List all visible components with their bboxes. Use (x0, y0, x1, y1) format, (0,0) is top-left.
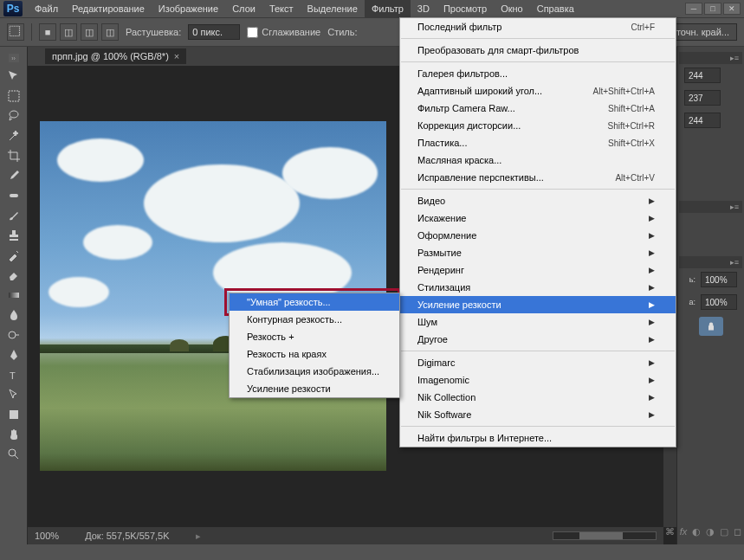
menu-help[interactable]: Справка (530, 0, 581, 17)
adjustment-icon[interactable]: ◑ (706, 525, 715, 537)
fx-icon[interactable]: fx (680, 525, 688, 537)
filter-browse[interactable]: Найти фильтры в Интернете... (400, 429, 676, 447)
color-g-input[interactable] (684, 90, 721, 106)
filter-nik-collection[interactable]: Nik Collection▶ (400, 389, 676, 406)
heal-tool[interactable] (3, 186, 24, 205)
tool-preset-icon[interactable] (7, 23, 24, 41)
color-r-input[interactable] (684, 68, 721, 83)
history-brush-tool[interactable] (3, 246, 24, 265)
opacity-input[interactable] (701, 272, 737, 287)
filter-pixelate[interactable]: Оформление▶ (400, 227, 676, 244)
menu-layers[interactable]: Слои (225, 0, 262, 17)
zoom-level[interactable]: 100% (35, 531, 59, 541)
filter-liquify[interactable]: Пластика...Shift+Ctrl+X (400, 134, 676, 151)
filter-noise[interactable]: Шум▶ (400, 313, 676, 331)
toolbox: ›› T (0, 47, 28, 544)
filter-camera-raw[interactable]: Фильтр Camera Raw...Shift+Ctrl+A (400, 100, 676, 117)
panel-menu-icon[interactable]: ▸≡ (730, 203, 739, 211)
menu-window[interactable]: Окно (494, 0, 530, 17)
fill-input[interactable] (701, 294, 737, 310)
stamp-tool[interactable] (3, 226, 24, 245)
lock-button[interactable] (699, 317, 723, 336)
filter-gallery[interactable]: Галерея фильтров... (400, 65, 676, 82)
filter-last[interactable]: Последний фильтрCtrl+F (400, 18, 676, 35)
window-close-button[interactable]: ✕ (723, 3, 741, 15)
sharpen-smart[interactable]: "Умная" резкость... (230, 293, 399, 311)
mask-icon[interactable]: ◐ (692, 525, 701, 537)
dodge-tool[interactable] (3, 325, 24, 344)
window-maximize-button[interactable]: □ (704, 3, 721, 15)
filter-other[interactable]: Другое▶ (400, 331, 676, 348)
menu-image[interactable]: Изображение (152, 0, 225, 17)
filter-blur[interactable]: Размытие▶ (400, 244, 676, 261)
selection-new-icon[interactable]: ■ (39, 23, 56, 41)
menu-bar: Файл Редактирование Изображение Слои Тек… (28, 0, 581, 17)
filter-stylize[interactable]: Стилизация▶ (400, 279, 676, 296)
hand-tool[interactable] (3, 425, 24, 444)
gradient-tool[interactable] (3, 286, 24, 305)
sharpen-more[interactable]: Усиление резкости (230, 380, 399, 397)
document-tab-title: прпп.jpg @ 100% (RGB/8*) (52, 51, 169, 61)
color-b-input[interactable] (684, 113, 721, 128)
eraser-tool[interactable] (3, 266, 24, 285)
zoom-tool[interactable] (3, 445, 24, 464)
menu-select[interactable]: Выделение (301, 0, 365, 17)
type-tool[interactable]: T (3, 365, 24, 384)
menu-filter[interactable]: Фильтр (365, 0, 411, 17)
svg-text:T: T (10, 370, 16, 381)
panel-menu-icon[interactable]: ▸≡ (730, 258, 739, 267)
filter-nik-software[interactable]: Nik Software▶ (400, 406, 676, 423)
filter-render[interactable]: Рендеринг▶ (400, 261, 676, 279)
document-tab[interactable]: прпп.jpg @ 100% (RGB/8*) × (45, 48, 186, 64)
horizontal-scrollbar[interactable] (553, 531, 657, 540)
menu-3d[interactable]: 3D (411, 0, 437, 17)
filter-video[interactable]: Видео▶ (400, 192, 676, 209)
eyedropper-tool[interactable] (3, 166, 24, 185)
close-icon[interactable]: × (174, 51, 179, 61)
lasso-tool[interactable] (3, 106, 24, 126)
filter-digimarc[interactable]: Digimarc▶ (400, 354, 676, 371)
feather-label: Растушевка: (126, 27, 181, 37)
filter-imagenomic[interactable]: Imagenomic▶ (400, 371, 676, 389)
menu-text[interactable]: Текст (262, 0, 301, 17)
feather-input[interactable] (188, 24, 240, 40)
filter-lens[interactable]: Коррекция дисторсии...Shift+Ctrl+R (400, 117, 676, 134)
selection-add-icon[interactable]: ◫ (60, 23, 77, 41)
filter-oil[interactable]: Масляная краска... (400, 151, 676, 169)
selection-subtract-icon[interactable]: ◫ (81, 23, 98, 41)
svg-point-7 (9, 449, 16, 456)
antialias-checkbox[interactable] (247, 27, 258, 38)
svg-rect-2 (10, 194, 18, 197)
shape-tool[interactable] (3, 405, 24, 424)
filter-distort[interactable]: Искажение▶ (400, 209, 676, 227)
panel-menu-icon[interactable]: ▸≡ (730, 54, 739, 62)
move-tool[interactable] (3, 67, 24, 86)
sharpen-stabilize[interactable]: Стабилизация изображения... (230, 363, 399, 380)
filter-smart[interactable]: Преобразовать для смарт-фильтров (400, 42, 676, 59)
filter-sharpen[interactable]: Усиление резкости▶ (400, 296, 676, 313)
marquee-tool[interactable] (3, 87, 24, 106)
toolbox-expand-toggle[interactable]: ›› (9, 54, 19, 62)
svg-rect-1 (9, 91, 19, 101)
pen-tool[interactable] (3, 345, 24, 364)
sharpen-unsharp[interactable]: Контурная резкость... (230, 311, 399, 328)
wand-tool[interactable] (3, 126, 24, 145)
filter-perspective[interactable]: Исправление перспективы...Alt+Ctrl+V (400, 169, 676, 186)
selection-intersect-icon[interactable]: ◫ (101, 23, 119, 41)
blur-tool[interactable] (3, 306, 24, 325)
new-layer-icon[interactable]: ◻ (734, 525, 741, 537)
svg-rect-0 (10, 26, 19, 35)
sharpen-edges[interactable]: Резкость на краях (230, 345, 399, 363)
crop-tool[interactable] (3, 146, 24, 165)
filter-adaptive[interactable]: Адаптивный широкий угол...Alt+Shift+Ctrl… (400, 82, 676, 100)
menu-view[interactable]: Просмотр (437, 0, 494, 17)
window-minimize-button[interactable]: ─ (685, 3, 702, 15)
brush-tool[interactable] (3, 206, 24, 225)
status-strip: 100% Док: 557,5K/557,5K ▸ (28, 527, 663, 544)
folder-icon[interactable]: ▢ (720, 525, 728, 537)
sharpen-plus[interactable]: Резкость + (230, 328, 399, 345)
path-select-tool[interactable] (3, 385, 24, 404)
link-icon[interactable]: ⌘ (665, 525, 675, 537)
menu-file[interactable]: Файл (28, 0, 65, 17)
menu-edit[interactable]: Редактирование (65, 0, 152, 17)
